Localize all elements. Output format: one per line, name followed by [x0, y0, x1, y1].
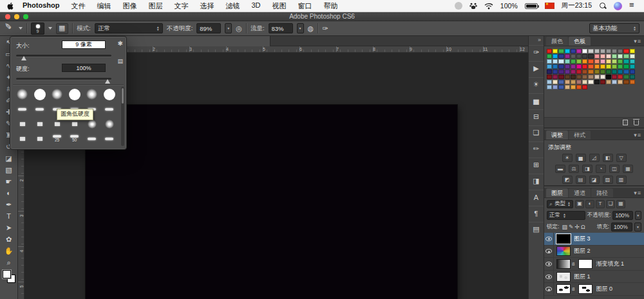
- color-swatch[interactable]: [582, 49, 587, 53]
- color-swatch[interactable]: [558, 69, 564, 74]
- pressure-opacity-icon[interactable]: ◎: [236, 25, 242, 32]
- color-swatch[interactable]: [606, 54, 611, 59]
- color-swatch[interactable]: [630, 54, 635, 59]
- brush-preset[interactable]: [31, 102, 48, 116]
- layer-thumbnail[interactable]: [556, 234, 571, 244]
- menu-item-文件[interactable]: 文件: [71, 1, 85, 11]
- brush-hardness-value[interactable]: 100%: [62, 64, 106, 72]
- spotlight-search-icon[interactable]: [599, 2, 607, 10]
- shape-tool-icon[interactable]: ✿: [1, 233, 17, 245]
- eye-icon[interactable]: [545, 262, 552, 266]
- brush-preset[interactable]: [31, 131, 48, 146]
- collapse-panels-icon[interactable]: [538, 36, 544, 43]
- color-swatch[interactable]: [576, 69, 582, 74]
- color-swatch[interactable]: [600, 59, 605, 64]
- color-swatch[interactable]: [565, 80, 570, 84]
- workspace-select[interactable]: 基本功能: [589, 23, 639, 33]
- color-swatch[interactable]: [600, 49, 605, 53]
- eye-icon[interactable]: [545, 237, 552, 241]
- panel-menu-icon[interactable]: [634, 38, 641, 44]
- color-swatch[interactable]: [576, 80, 582, 84]
- brush-preset[interactable]: [100, 131, 118, 146]
- color-swatch[interactable]: [618, 49, 623, 53]
- menu-item-文字[interactable]: 文字: [174, 1, 188, 11]
- layer-fill-field[interactable]: 100%: [611, 222, 632, 231]
- brush-preset[interactable]: [100, 102, 118, 116]
- flow-field[interactable]: 83%: [269, 23, 293, 33]
- color-swatch[interactable]: [547, 59, 552, 64]
- brush-size-input[interactable]: 9 像素: [62, 41, 106, 49]
- color-swatch[interactable]: [547, 54, 552, 59]
- layer-visibility-cell[interactable]: [544, 283, 554, 295]
- color-swatch[interactable]: [600, 69, 605, 74]
- menu-item-帮助[interactable]: 帮助: [324, 1, 338, 11]
- color-swatch[interactable]: [594, 59, 600, 64]
- layer-row[interactable]: 图层 2: [544, 246, 644, 258]
- color-swatch[interactable]: [565, 69, 570, 74]
- menu-item-图层[interactable]: 图层: [148, 1, 162, 11]
- eye-icon[interactable]: [545, 249, 552, 253]
- tab-channels[interactable]: 通道: [569, 188, 591, 197]
- color-swatch[interactable]: [553, 64, 558, 69]
- color-swatch[interactable]: [547, 75, 552, 79]
- color-swatch[interactable]: [612, 75, 617, 79]
- channel-mixer-icon[interactable]: ◫: [609, 165, 620, 173]
- layer-thumbnail[interactable]: [556, 272, 571, 282]
- color-swatch[interactable]: [576, 54, 582, 59]
- color-swatch[interactable]: [553, 85, 558, 89]
- color-swatch[interactable]: [553, 80, 558, 84]
- color-swatch[interactable]: [630, 64, 635, 69]
- hue-saturation-icon[interactable]: ▬: [555, 165, 565, 173]
- color-swatch[interactable]: [576, 49, 582, 53]
- color-swatch[interactable]: [606, 64, 611, 69]
- color-swatch[interactable]: [558, 75, 564, 79]
- new-preset-icon[interactable]: [117, 59, 123, 64]
- layer-mask-thumbnail[interactable]: [578, 284, 592, 294]
- layer-mask-link-icon[interactable]: [572, 261, 574, 267]
- brush-preset[interactable]: [14, 102, 31, 116]
- dodge-tool-icon[interactable]: ◐: [1, 187, 17, 199]
- menu-item-编辑[interactable]: 编辑: [97, 1, 111, 11]
- color-swatch[interactable]: [612, 80, 617, 84]
- lock-position-icon[interactable]: ✛: [574, 224, 580, 230]
- layer-thumbnail[interactable]: [556, 246, 571, 256]
- brush-preset[interactable]: [100, 87, 118, 102]
- color-swatch[interactable]: [576, 59, 582, 64]
- color-swatch[interactable]: [565, 59, 570, 64]
- posterize-icon[interactable]: ▤: [576, 176, 586, 184]
- layer-visibility-cell[interactable]: [544, 246, 554, 258]
- color-swatch[interactable]: [565, 54, 570, 59]
- color-swatch[interactable]: [547, 49, 552, 53]
- color-swatch[interactable]: [588, 54, 593, 59]
- color-balance-icon[interactable]: ⚖: [569, 165, 579, 173]
- color-swatch[interactable]: [553, 59, 558, 64]
- color-swatch[interactable]: [630, 59, 635, 64]
- brush-tool-current-icon[interactable]: [5, 24, 15, 33]
- tool-preset-caret-icon[interactable]: [19, 27, 23, 30]
- color-swatch[interactable]: [588, 64, 593, 69]
- airbrush-icon[interactable]: ◍: [308, 25, 314, 32]
- color-swatch[interactable]: [558, 54, 564, 59]
- layer-thumbnail[interactable]: [556, 284, 571, 294]
- color-swatch[interactable]: [594, 64, 600, 69]
- color-swatch[interactable]: [594, 54, 600, 59]
- layer-visibility-cell[interactable]: [544, 271, 554, 283]
- color-swatch[interactable]: [623, 75, 629, 79]
- color-swatch[interactable]: [606, 75, 611, 79]
- eraser-tool-icon[interactable]: ◪: [1, 152, 17, 164]
- brush-preset[interactable]: [83, 87, 100, 102]
- color-swatch[interactable]: [623, 59, 629, 64]
- color-swatch[interactable]: [582, 75, 587, 79]
- flow-dropdown-button[interactable]: [297, 23, 304, 33]
- brush-size-slider[interactable]: [16, 55, 111, 57]
- zoom-window-button[interactable]: [23, 14, 28, 19]
- filter-type-layers-icon[interactable]: T: [596, 200, 605, 208]
- adjust-light-panel-icon[interactable]: ☀: [529, 77, 544, 91]
- color-swatch[interactable]: [630, 49, 635, 53]
- panel-menu-icon[interactable]: [634, 190, 641, 196]
- color-swatch[interactable]: [588, 80, 593, 84]
- size-slider-thumb[interactable]: [21, 56, 26, 60]
- invert-icon[interactable]: ◩: [562, 176, 573, 184]
- color-swatch[interactable]: [571, 80, 576, 84]
- lock-all-icon[interactable]: Ω: [581, 224, 585, 230]
